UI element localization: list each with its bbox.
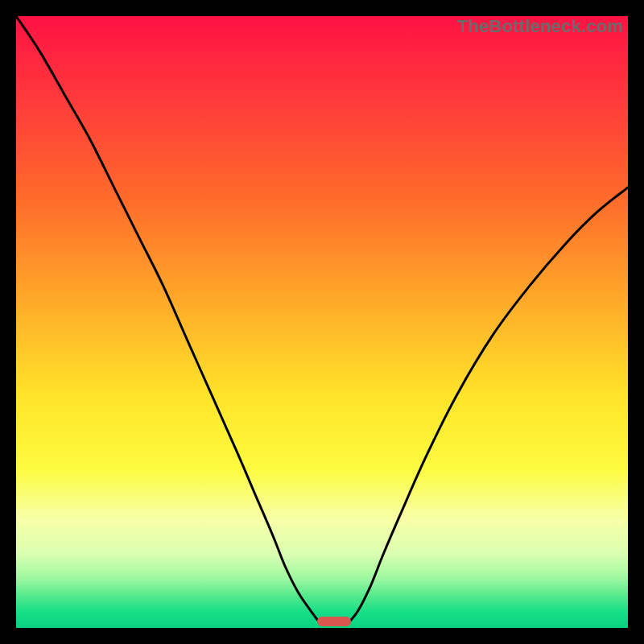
watermark-text: TheBottleneck.com <box>457 16 623 37</box>
plot-area: TheBottleneck.com <box>16 16 628 628</box>
bottleneck-curve-right-curve <box>349 188 628 622</box>
outer-frame: TheBottleneck.com <box>0 0 644 644</box>
optimal-marker <box>317 617 352 626</box>
bottleneck-curve-left-curve <box>16 16 319 621</box>
curve-layer <box>16 16 628 628</box>
